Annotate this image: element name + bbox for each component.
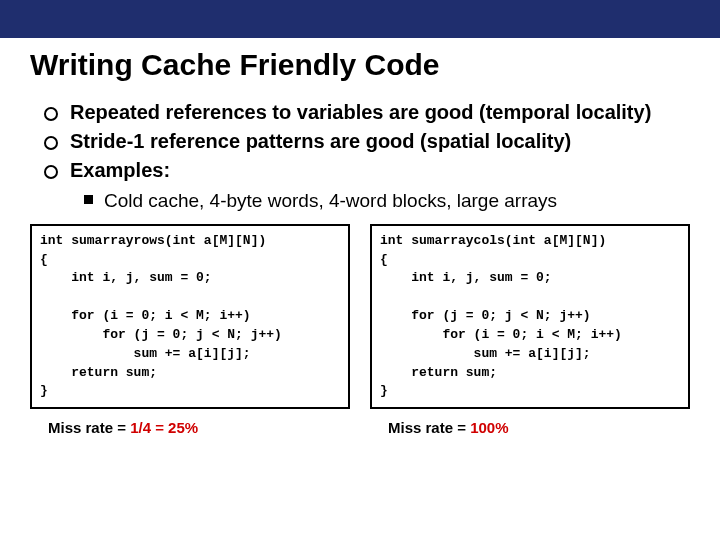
left-column: int sumarrayrows(int a[M][N]) { int i, j… [30, 224, 350, 437]
miss-rate-label: Miss rate = [48, 419, 130, 436]
slide-title: Writing Cache Friendly Code [30, 48, 690, 82]
bullet-item: Stride-1 reference patterns are good (sp… [44, 129, 690, 154]
bullet-item: Examples: [44, 158, 690, 183]
miss-rate-left: Miss rate = 1/4 = 25% [30, 419, 350, 436]
right-column: int sumarraycols(int a[M][N]) { int i, j… [370, 224, 690, 437]
code-columns: int sumarrayrows(int a[M][N]) { int i, j… [30, 224, 690, 437]
header-bar [0, 0, 720, 38]
bullet-item: Repeated references to variables are goo… [44, 100, 690, 125]
sub-bullet-item: Cold cache, 4-byte words, 4-word blocks,… [84, 189, 690, 214]
miss-rate-value: 1/4 = 25% [130, 419, 198, 436]
code-box-rows: int sumarrayrows(int a[M][N]) { int i, j… [30, 224, 350, 410]
slide-content: Writing Cache Friendly Code Repeated ref… [0, 38, 720, 436]
miss-rate-value: 100% [470, 419, 508, 436]
miss-rate-right: Miss rate = 100% [370, 419, 690, 436]
miss-rate-label: Miss rate = [388, 419, 470, 436]
code-box-cols: int sumarraycols(int a[M][N]) { int i, j… [370, 224, 690, 410]
bullet-list: Repeated references to variables are goo… [30, 100, 690, 183]
sub-bullet-list: Cold cache, 4-byte words, 4-word blocks,… [30, 189, 690, 214]
